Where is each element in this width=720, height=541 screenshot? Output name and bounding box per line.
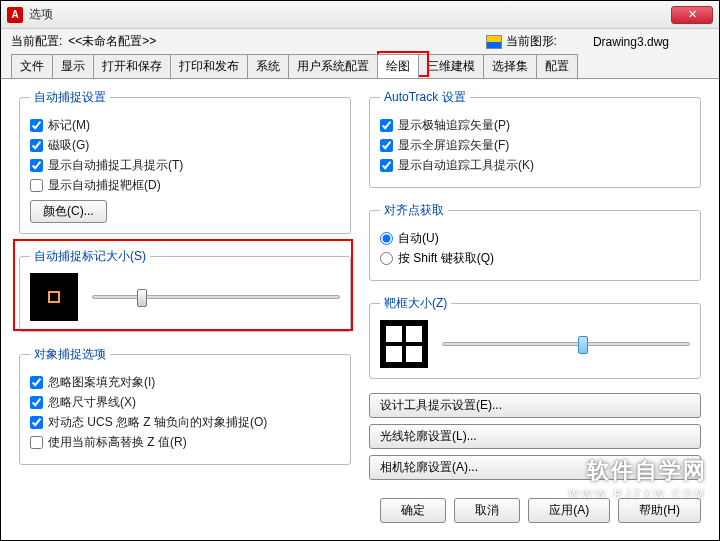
marker-label: 标记(M) — [48, 117, 90, 134]
align-shift-label: 按 Shift 键获取(Q) — [398, 250, 494, 267]
right-column: AutoTrack 设置 显示极轴追踪矢量(P) 显示全屏追踪矢量(F) 显示自… — [369, 89, 701, 486]
ignore-hatch-label: 忽略图案填充对象(I) — [48, 374, 155, 391]
replace-z-checkbox[interactable] — [30, 436, 43, 449]
snap-tooltip-checkbox[interactable] — [30, 159, 43, 172]
window-title: 选项 — [29, 6, 53, 23]
profile-label: 当前配置: — [11, 33, 62, 50]
tab-display[interactable]: 显示 — [52, 54, 94, 78]
extra-buttons: 设计工具提示设置(E)... 光线轮廓设置(L)... 相机轮廓设置(A)... — [369, 393, 701, 486]
aperture-box-checkbox[interactable] — [30, 179, 43, 192]
align-auto-label: 自动(U) — [398, 230, 439, 247]
tab-drafting[interactable]: 绘图 — [377, 54, 419, 78]
tab-profiles[interactable]: 配置 — [536, 54, 578, 78]
help-button[interactable]: 帮助(H) — [618, 498, 701, 523]
apply-button[interactable]: 应用(A) — [528, 498, 610, 523]
aperture-box-label: 显示自动捕捉靶框(D) — [48, 177, 161, 194]
design-tooltip-button[interactable]: 设计工具提示设置(E)... — [369, 393, 701, 418]
drawing-value: Drawing3.dwg — [593, 35, 669, 49]
cancel-button[interactable]: 取消 — [454, 498, 520, 523]
tab-open-save[interactable]: 打开和保存 — [93, 54, 171, 78]
tab-system[interactable]: 系统 — [247, 54, 289, 78]
tab-plot[interactable]: 打印和发布 — [170, 54, 248, 78]
content-area: 自动捕捉设置 标记(M) 磁吸(G) 显示自动捕捉工具提示(T) 显示自动捕捉靶… — [1, 79, 719, 490]
osnap-options-group: 对象捕捉选项 忽略图案填充对象(I) 忽略尺寸界线(X) 对动态 UCS 忽略 … — [19, 346, 351, 465]
app-icon: A — [7, 7, 23, 23]
close-button[interactable]: ✕ — [671, 6, 713, 24]
ignore-dimext-label: 忽略尺寸界线(X) — [48, 394, 136, 411]
autosnap-legend: 自动捕捉设置 — [30, 89, 110, 106]
left-column: 自动捕捉设置 标记(M) 磁吸(G) 显示自动捕捉工具提示(T) 显示自动捕捉靶… — [19, 89, 351, 486]
osnap-legend: 对象捕捉选项 — [30, 346, 110, 363]
tab-3d[interactable]: 三维建模 — [418, 54, 484, 78]
aperture-size-legend: 靶框大小(Z) — [380, 295, 451, 312]
autotrack-group: AutoTrack 设置 显示极轴追踪矢量(P) 显示全屏追踪矢量(F) 显示自… — [369, 89, 701, 188]
aperture-preview-grid — [386, 326, 422, 362]
ok-button[interactable]: 确定 — [380, 498, 446, 523]
ignore-dimext-checkbox[interactable] — [30, 396, 43, 409]
marker-preview-square — [48, 291, 60, 303]
tab-user-pref[interactable]: 用户系统配置 — [288, 54, 378, 78]
colors-button[interactable]: 颜色(C)... — [30, 200, 107, 223]
align-auto-radio[interactable] — [380, 232, 393, 245]
tab-strip: 文件 显示 打开和保存 打印和发布 系统 用户系统配置 绘图 三维建模 选择集 … — [1, 54, 719, 79]
marker-size-slider[interactable] — [92, 295, 340, 299]
aperture-size-slider[interactable] — [442, 342, 690, 346]
magnet-checkbox[interactable] — [30, 139, 43, 152]
drawing-icon — [486, 35, 502, 49]
profile-value: <<未命名配置>> — [68, 33, 156, 50]
track-tooltip-checkbox[interactable] — [380, 159, 393, 172]
drawing-label: 当前图形: — [506, 33, 557, 50]
fullscreen-vector-label: 显示全屏追踪矢量(F) — [398, 137, 509, 154]
tab-files[interactable]: 文件 — [11, 54, 53, 78]
autosnap-group: 自动捕捉设置 标记(M) 磁吸(G) 显示自动捕捉工具提示(T) 显示自动捕捉靶… — [19, 89, 351, 234]
marker-preview — [30, 273, 78, 321]
camera-glyph-button[interactable]: 相机轮廓设置(A)... — [369, 455, 701, 480]
polar-vector-label: 显示极轴追踪矢量(P) — [398, 117, 510, 134]
header-row: 当前配置: <<未命名配置>> 当前图形: Drawing3.dwg — [1, 29, 719, 54]
alignment-legend: 对齐点获取 — [380, 202, 448, 219]
fullscreen-vector-checkbox[interactable] — [380, 139, 393, 152]
marker-size-thumb[interactable] — [137, 289, 147, 307]
snap-tooltip-label: 显示自动捕捉工具提示(T) — [48, 157, 183, 174]
marker-size-legend: 自动捕捉标记大小(S) — [30, 248, 150, 265]
aperture-preview — [380, 320, 428, 368]
polar-vector-checkbox[interactable] — [380, 119, 393, 132]
aperture-size-thumb[interactable] — [578, 336, 588, 354]
autotrack-legend: AutoTrack 设置 — [380, 89, 470, 106]
track-tooltip-label: 显示自动追踪工具提示(K) — [398, 157, 534, 174]
magnet-label: 磁吸(G) — [48, 137, 89, 154]
marker-size-group: 自动捕捉标记大小(S) — [19, 248, 351, 332]
aperture-size-group: 靶框大小(Z) — [369, 295, 701, 379]
alignment-group: 对齐点获取 自动(U) 按 Shift 键获取(Q) — [369, 202, 701, 281]
title-bar: A 选项 ✕ — [1, 1, 719, 29]
replace-z-label: 使用当前标高替换 Z 值(R) — [48, 434, 187, 451]
ignore-negz-checkbox[interactable] — [30, 416, 43, 429]
ignore-hatch-checkbox[interactable] — [30, 376, 43, 389]
align-shift-radio[interactable] — [380, 252, 393, 265]
bottom-bar: 确定 取消 应用(A) 帮助(H) — [1, 490, 719, 537]
marker-checkbox[interactable] — [30, 119, 43, 132]
ignore-negz-label: 对动态 UCS 忽略 Z 轴负向的对象捕捉(O) — [48, 414, 267, 431]
tab-selection[interactable]: 选择集 — [483, 54, 537, 78]
light-glyph-button[interactable]: 光线轮廓设置(L)... — [369, 424, 701, 449]
